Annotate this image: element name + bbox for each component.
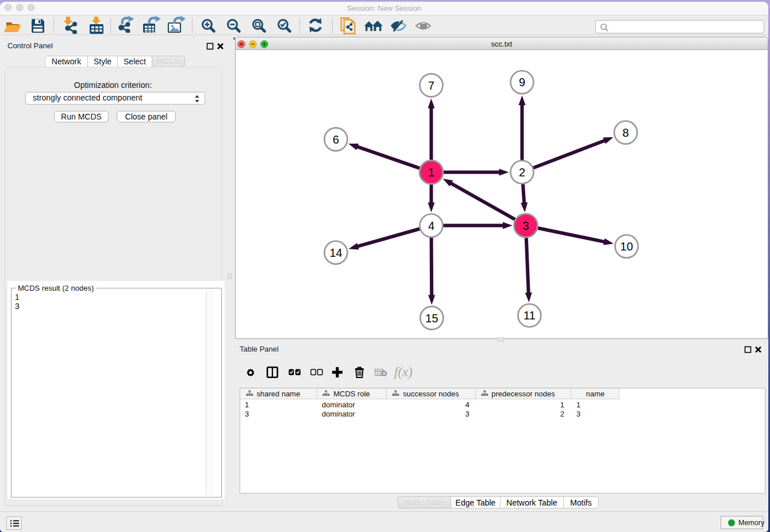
svg-text:4: 4 <box>428 219 434 232</box>
svg-text:15: 15 <box>425 312 438 325</box>
svg-text:6: 6 <box>333 133 339 146</box>
svg-text:1: 1 <box>428 166 434 179</box>
svg-text:7: 7 <box>428 79 434 92</box>
svg-text:9: 9 <box>519 76 525 88</box>
svg-text:11: 11 <box>523 309 536 322</box>
svg-text:3: 3 <box>522 219 529 232</box>
svg-text:10: 10 <box>620 240 633 253</box>
svg-text:14: 14 <box>329 246 342 259</box>
svg-text:2: 2 <box>519 166 525 179</box>
svg-text:8: 8 <box>622 126 629 139</box>
